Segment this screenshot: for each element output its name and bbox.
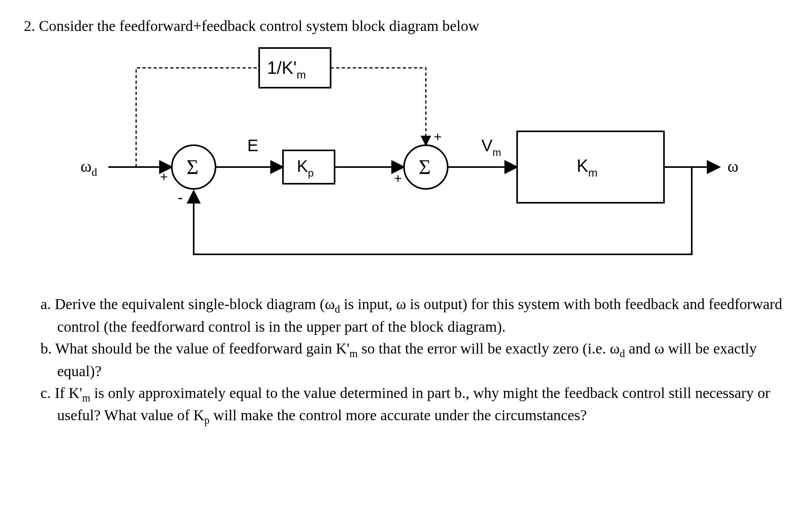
question-text: Consider the feedforward+feedback contro…: [39, 17, 479, 34]
question-prompt: 2. Consider the feedforward+feedback con…: [24, 16, 788, 36]
sum2-left-plus-sign: +: [394, 171, 402, 186]
block-diagram-container: ωd + 1/K'm + Σ E Kp + Σ Vm: [24, 40, 788, 282]
output-omega-label: ω: [727, 157, 739, 175]
vm-label: Vm: [481, 136, 501, 158]
block-diagram: ωd + 1/K'm + Σ E Kp + Σ Vm: [69, 40, 743, 282]
sum1-sigma: Σ: [187, 156, 198, 179]
error-label: E: [247, 136, 258, 155]
part-c: c. If K'm is only approximately equal to…: [24, 383, 788, 428]
part-c-letter: c.: [40, 384, 51, 401]
sum1-minus-sign: -: [178, 189, 183, 206]
part-a-text: Derive the equivalent single-block diagr…: [55, 296, 782, 334]
wire-ff-branch-right: [331, 68, 426, 145]
question-number: 2.: [24, 17, 35, 34]
part-b-letter: b.: [40, 340, 52, 357]
sum2-sigma: Σ: [419, 156, 431, 179]
part-b: b. What should be the value of feedforwa…: [24, 338, 788, 381]
input-omega-label: ωd: [81, 157, 97, 178]
sum2-top-plus-sign: +: [434, 129, 442, 144]
part-a-letter: a.: [40, 296, 51, 312]
part-b-text: What should be the value of feedforward …: [55, 340, 757, 379]
part-a: a. Derive the equivalent single-block di…: [24, 294, 788, 337]
sub-questions: a. Derive the equivalent single-block di…: [24, 294, 788, 428]
sum1-plus-sign: +: [160, 169, 168, 184]
part-c-text: If K'm is only approximately equal to th…: [55, 384, 770, 423]
